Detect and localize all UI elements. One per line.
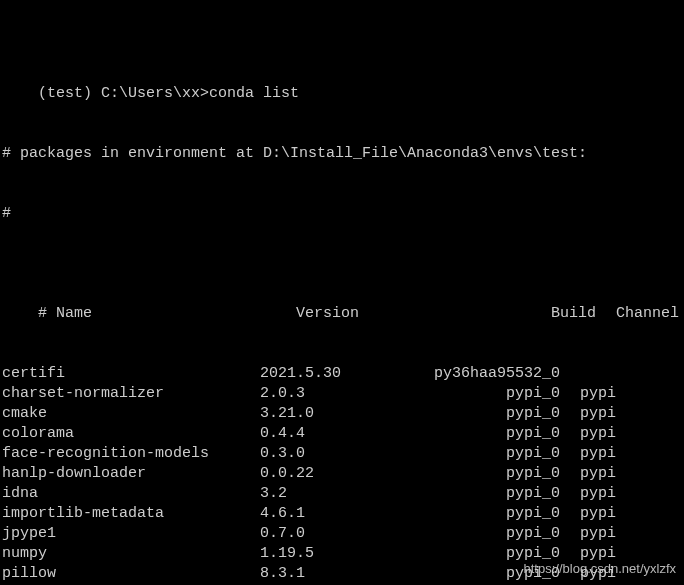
header-build: Build <box>456 304 616 324</box>
pkg-channel: pypi <box>580 404 640 424</box>
pkg-version: 0.0.22 <box>260 464 420 484</box>
env-header-comment: # packages in environment at D:\Install_… <box>2 144 684 164</box>
pkg-version: 8.3.1 <box>260 564 420 584</box>
table-row: hanlp-downloader0.0.22pypi_0pypi <box>2 464 684 484</box>
pkg-version: 4.6.1 <box>260 504 420 524</box>
table-row: certifi2021.5.30py36haa95532_0 <box>2 364 684 384</box>
pkg-name: importlib-metadata <box>2 504 260 524</box>
pkg-name: cmake <box>2 404 260 424</box>
env-header-comment-2: # <box>2 204 684 224</box>
pkg-version: 0.7.0 <box>260 524 420 544</box>
pkg-version: 3.2 <box>260 484 420 504</box>
pkg-name: jpype1 <box>2 524 260 544</box>
table-row: face-recognition-models0.3.0pypi_0pypi <box>2 444 684 464</box>
table-row: idna3.2pypi_0pypi <box>2 484 684 504</box>
pkg-channel: pypi <box>580 424 640 444</box>
watermark-text: https://blog.csdn.net/yxlzfx <box>524 559 676 579</box>
pkg-name: face-recognition-models <box>2 444 260 464</box>
pkg-build: pypi_0 <box>420 424 580 444</box>
pkg-version: 0.4.4 <box>260 424 420 444</box>
pkg-name: pillow <box>2 564 260 584</box>
pkg-build: pypi_0 <box>420 444 580 464</box>
pkg-version: 3.21.0 <box>260 404 420 424</box>
pkg-version: 2021.5.30 <box>260 364 420 384</box>
pkg-channel: pypi <box>580 504 640 524</box>
pkg-build: pypi_0 <box>420 484 580 504</box>
pkg-channel: pypi <box>580 464 640 484</box>
package-list: certifi2021.5.30py36haa95532_0charset-no… <box>2 364 684 585</box>
header-version: Version <box>296 304 456 324</box>
pkg-build: pypi_0 <box>420 504 580 524</box>
pkg-build: pypi_0 <box>420 404 580 424</box>
pkg-build: pypi_0 <box>420 384 580 404</box>
pkg-build: pypi_0 <box>420 464 580 484</box>
terminal-output[interactable]: (test) C:\Users\xx>conda list # packages… <box>0 0 684 585</box>
pkg-channel: pypi <box>580 524 640 544</box>
prompt-line: (test) C:\Users\xx>conda list <box>2 64 684 84</box>
pkg-version: 1.19.5 <box>260 544 420 564</box>
pkg-name: charset-normalizer <box>2 384 260 404</box>
prompt-path: C:\Users\xx> <box>101 85 209 102</box>
pkg-build: pypi_0 <box>420 524 580 544</box>
table-row: jpype10.7.0pypi_0pypi <box>2 524 684 544</box>
pkg-channel: pypi <box>580 484 640 504</box>
table-row: charset-normalizer2.0.3pypi_0pypi <box>2 384 684 404</box>
pkg-version: 0.3.0 <box>260 444 420 464</box>
header-channel: Channel <box>616 304 684 324</box>
table-row: colorama0.4.4pypi_0pypi <box>2 424 684 444</box>
pkg-channel: pypi <box>580 444 640 464</box>
pkg-channel: pypi <box>580 384 640 404</box>
pkg-name: hanlp-downloader <box>2 464 260 484</box>
pkg-name: colorama <box>2 424 260 444</box>
table-header: # NameVersionBuildChannel <box>2 284 684 304</box>
pkg-build: py36haa95532_0 <box>420 364 580 384</box>
table-row: importlib-metadata4.6.1pypi_0pypi <box>2 504 684 524</box>
pkg-name: certifi <box>2 364 260 384</box>
pkg-name: numpy <box>2 544 260 564</box>
prompt-env: (test) <box>38 85 92 102</box>
header-name: # Name <box>38 304 296 324</box>
prompt-command: conda list <box>209 85 299 102</box>
pkg-version: 2.0.3 <box>260 384 420 404</box>
table-row: cmake3.21.0pypi_0pypi <box>2 404 684 424</box>
pkg-name: idna <box>2 484 260 504</box>
